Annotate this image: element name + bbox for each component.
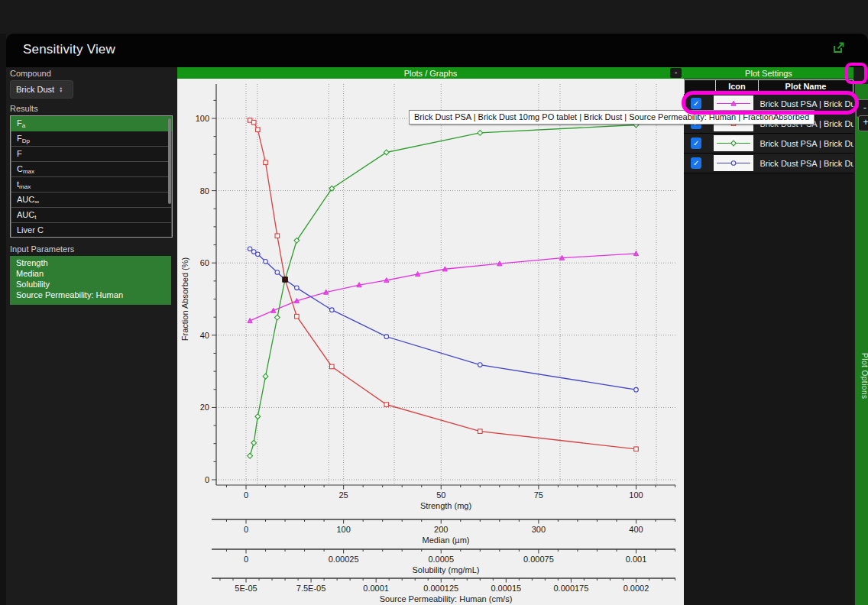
svg-text:80: 80 [200,186,209,196]
window-left-edge [0,34,6,605]
x-axis-label: Strength (mg) [420,501,471,510]
compound-select[interactable]: Brick Dust ▲▼ [10,80,73,99]
svg-text:60: 60 [200,258,209,267]
plot-visible-checkbox[interactable]: ✓ [691,138,701,149]
plot-options-label: Plot Options [860,353,868,399]
up-down-arrows-icon[interactable]: ▲▼ [59,86,63,92]
plot-name: Brick Dust PSA | Brick Dust [760,139,853,148]
icon-column-header: Icon [716,80,759,94]
x-axis-label: Source Permeability: Human (cm/s) [380,594,513,603]
plot-settings-header: Plot Settings [684,67,853,79]
compound-select-value: Brick Dust [16,85,54,94]
input-parameters-list[interactable]: StrengthMedianSolubilitySource Permeabil… [10,256,171,305]
svg-text:0.0002: 0.0002 [623,584,649,593]
plots-graphs-panel: Plots / Graphs - 020406080100Fraction Ab… [177,67,684,605]
sidebar: Compound Brick Dust ▲▼ Results FaFDpFCma… [6,67,177,605]
svg-text:100: 100 [336,525,350,534]
plot-visible-checkbox[interactable]: ✓ [691,157,701,169]
svg-text:0.001: 0.001 [626,555,647,564]
plot-marker-icon [714,155,753,171]
results-item[interactable]: tmax [11,177,172,192]
sensitivity-chart[interactable]: 020406080100Fraction Absorbed (%)0255075… [177,79,684,605]
results-item[interactable]: FDp [11,131,172,147]
svg-text:0: 0 [244,525,248,534]
series-median [248,247,638,392]
plots-collapse-button[interactable]: - [670,68,682,78]
x-axis-label: Median (µm) [423,535,470,545]
plot-visible-checkbox[interactable]: ✓ [691,98,701,109]
svg-text:300: 300 [532,525,546,534]
input-parameters-label: Input Parameters [10,244,74,254]
series-solubility [248,122,639,458]
add-plot-button[interactable]: + [858,115,868,131]
page-title: Sensitivity View [23,42,115,57]
svg-text:7.5E-05: 7.5E-05 [296,584,326,593]
input-parameter-item[interactable]: Solubility [10,279,171,290]
title-bar: Sensitivity View [6,34,868,67]
svg-text:400: 400 [629,525,643,534]
plot-settings-header-label: Plot Settings [745,69,792,78]
svg-text:0.0001: 0.0001 [363,584,389,593]
results-item[interactable]: F [11,147,172,162]
svg-text:75: 75 [534,490,543,500]
plot-name: Brick Dust PSA | Brick Dust [760,99,853,108]
results-scrollbar[interactable] [168,118,171,204]
input-parameter-item[interactable]: Source Permeability: Human [10,290,171,300]
plots-graphs-header: Plots / Graphs - [177,67,684,79]
svg-text:0.0005: 0.0005 [428,555,454,564]
results-item[interactable]: Liver C [11,223,172,238]
checkbox-column-header [684,80,716,94]
svg-text:0.00075: 0.00075 [523,555,554,564]
open-in-new-window-icon[interactable] [831,40,847,55]
results-item[interactable]: Fa [11,116,172,131]
svg-text:0.000175: 0.000175 [553,584,588,593]
svg-text:0: 0 [244,555,248,564]
svg-text:100: 100 [196,114,209,123]
results-label: Results [10,104,38,113]
input-parameter-item[interactable]: Median [10,268,171,279]
plot-settings-panel: Plot Settings Icon Plot Name ✓Brick Dust… [684,67,853,605]
svg-text:0.00025: 0.00025 [329,555,359,564]
y-axis-label: Fraction Absorbed (%) [180,257,189,341]
svg-text:20: 20 [200,403,209,412]
svg-text:50: 50 [436,490,445,500]
plot-options-strip[interactable]: Plot Options [855,84,868,605]
plot-marker-icon [714,135,753,151]
plots-graphs-header-label: Plots / Graphs [404,69,458,78]
results-item[interactable]: AUC∞ [11,192,172,208]
results-item[interactable]: Cmax [11,162,172,177]
svg-text:0.000125: 0.000125 [423,584,458,593]
series-source-permeability-human [248,251,639,323]
plot-settings-row[interactable]: ✓Brick Dust PSA | Brick Dust [684,134,853,154]
svg-text:0.00015: 0.00015 [491,584,521,593]
plot-settings-table-header: Icon Plot Name [684,79,853,95]
app-screen: Sensitivity View Compound Brick Dust ▲▼ … [0,0,868,605]
x-axis-label: Solubility (mg/mL) [412,565,479,574]
plot-settings-rows: ✓Brick Dust PSA | Brick Dust✓Brick Dust … [684,94,853,173]
selected-data-point [283,277,287,282]
plot-settings-row[interactable]: ✓Brick Dust PSA | Brick Dust [684,154,853,173]
svg-text:5E-05: 5E-05 [235,584,257,593]
chart-svg: 020406080100Fraction Absorbed (%)0255075… [177,79,684,605]
results-item[interactable]: AUCt [11,208,172,223]
svg-text:200: 200 [434,525,448,534]
results-list[interactable]: FaFDpFCmaxtmaxAUC∞AUCtLiver C [10,115,173,238]
svg-text:0: 0 [205,475,209,484]
series-strength [248,118,638,451]
plot-tooltip: Brick Dust PSA | Brick Dust 10mg PO tabl… [409,110,815,125]
svg-text:25: 25 [339,490,348,500]
input-parameter-item[interactable]: Strength [10,257,171,268]
plot-name: Brick Dust PSA | Brick Dust [760,159,853,168]
plot-marker-icon [714,95,753,112]
svg-text:0: 0 [244,490,248,500]
compound-label: Compound [10,69,51,78]
plot-name-column-header: Plot Name [759,80,853,94]
svg-text:100: 100 [629,490,643,500]
svg-text:40: 40 [200,331,209,340]
